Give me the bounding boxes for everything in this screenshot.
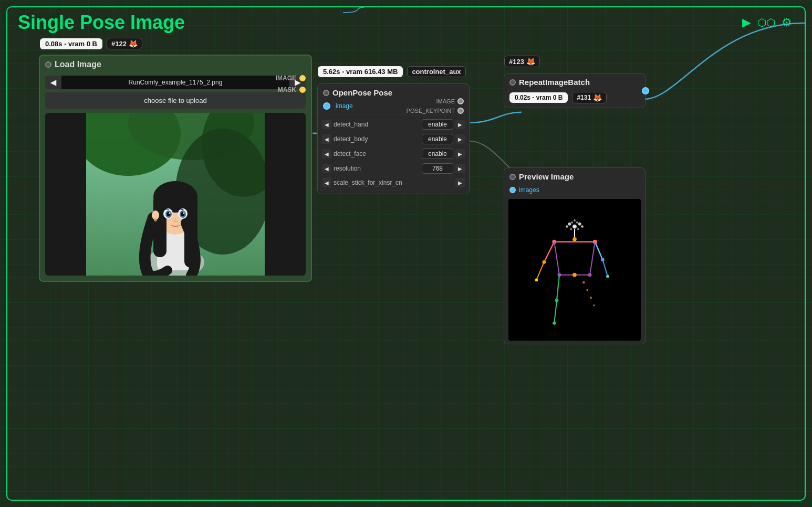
node-preview-image: Preview Image images <box>504 167 646 344</box>
scale-stick-row: ◀ scale_stick_for_xinsr_cn ▶ <box>318 176 469 189</box>
detect-face-value: enable <box>422 149 453 159</box>
svg-point-50 <box>553 322 556 325</box>
fox-icon-3: 🦊 <box>593 93 602 102</box>
svg-point-39 <box>601 258 605 261</box>
filename-display: RunComfy_example_1175_2.png <box>61 79 289 86</box>
detect-hand-row: ◀ detect_hand enable ▶ <box>318 117 469 132</box>
svg-point-21 <box>154 218 157 221</box>
main-frame: Single Pose Image ▶ ⬡⬡ ⚙ 0.08s - vram 0 … <box>6 6 806 501</box>
load-image-preview <box>45 113 306 276</box>
load-image-badges: 0.08s - vram 0 B #122 🦊 <box>40 38 142 49</box>
image-socket-row: IMAGE <box>276 75 306 82</box>
preview-images-row: images <box>504 184 645 196</box>
resolution-next[interactable]: ▶ <box>455 164 465 173</box>
svg-point-53 <box>574 219 576 221</box>
resolution-prev[interactable]: ◀ <box>322 164 331 173</box>
image-nav: ◀ RunComfy_example_1175_2.png ▶ <box>45 76 306 89</box>
mask-output-socket[interactable] <box>299 87 306 93</box>
toolbar: ▶ ⬡⬡ ⚙ <box>742 16 792 29</box>
repeat-timing-row: 0.02s - vram 0 B #131 🦊 <box>504 90 645 108</box>
svg-point-40 <box>606 275 609 278</box>
scale-stick-next[interactable]: ▶ <box>455 178 465 187</box>
openpose-pose-out-row: POSE_KEYPOINT <box>407 108 464 114</box>
openpose-image-input-socket[interactable] <box>323 102 330 110</box>
preview-status-dot <box>509 174 516 180</box>
anime-image-svg <box>86 113 265 276</box>
svg-point-25 <box>578 223 581 226</box>
repeat-output-socket[interactable] <box>642 87 649 94</box>
connect-icon[interactable]: ⬡⬡ <box>757 16 775 29</box>
svg-point-55 <box>577 228 579 230</box>
svg-point-52 <box>576 221 578 224</box>
svg-point-32 <box>572 237 577 241</box>
detect-body-next[interactable]: ▶ <box>455 134 465 144</box>
openpose-badge: controlnet_aux <box>407 66 465 77</box>
detect-face-row: ◀ detect_face enable ▶ <box>318 146 469 161</box>
detect-hand-value: enable <box>422 119 453 130</box>
svg-point-59 <box>593 304 595 307</box>
load-image-badge: #122 🦊 <box>107 38 142 49</box>
settings-icon[interactable]: ⚙ <box>782 16 792 29</box>
repeat-header: RepeatImageBatch <box>504 73 645 90</box>
detect-face-prev[interactable]: ◀ <box>322 149 331 159</box>
preview-images-label: images <box>519 186 539 194</box>
preview-header: Preview Image <box>504 168 645 184</box>
prev-image-button[interactable]: ◀ <box>45 76 61 89</box>
repeat-badge: #123 🦊 <box>504 56 540 67</box>
node-repeat-image-batch: #123 🦊 RepeatImageBatch 0.02s - vram 0 B… <box>504 73 646 108</box>
openpose-badges: 5.62s - vram 616.43 MB controlnet_aux <box>318 66 466 77</box>
repeat-badge-2: #131 🦊 <box>572 92 607 103</box>
svg-point-56 <box>582 281 585 284</box>
svg-point-58 <box>590 297 592 299</box>
openpose-image-label: image <box>336 102 353 110</box>
node-openpose: 5.62s - vram 616.43 MB controlnet_aux Op… <box>317 83 470 194</box>
svg-point-54 <box>570 228 572 230</box>
upload-button[interactable]: choose file to upload <box>45 92 306 109</box>
detect-body-row: ◀ detect_body enable ▶ <box>318 132 469 146</box>
repeat-status-dot <box>509 79 516 86</box>
play-icon[interactable]: ▶ <box>742 16 751 29</box>
repeat-badges: #123 🦊 <box>504 56 540 67</box>
detect-face-next[interactable]: ▶ <box>455 149 465 159</box>
svg-point-27 <box>581 225 584 228</box>
mask-socket-row: MASK <box>278 86 306 93</box>
openpose-status-dot <box>323 90 329 96</box>
scale-stick-prev[interactable]: ◀ <box>322 178 331 187</box>
preview-images-input-socket[interactable] <box>509 187 516 193</box>
detect-hand-next[interactable]: ▶ <box>455 120 465 129</box>
load-image-header: Load Image IMAGE MASK <box>40 56 311 72</box>
detect-body-prev[interactable]: ◀ <box>322 134 331 144</box>
svg-point-57 <box>586 289 588 291</box>
svg-rect-22 <box>508 201 641 339</box>
openpose-timing: 5.62s - vram 616.43 MB <box>318 66 403 77</box>
openpose-image-out-socket[interactable] <box>457 98 464 104</box>
fox-icon: 🦊 <box>129 39 138 48</box>
load-image-timing: 0.08s - vram 0 B <box>40 38 102 49</box>
load-image-status-dot <box>45 61 51 68</box>
preview-image-display <box>508 199 641 341</box>
openpose-pose-out-socket[interactable] <box>457 108 464 114</box>
detect-body-value: enable <box>422 134 453 144</box>
svg-point-23 <box>572 225 577 229</box>
title-bar: Single Pose Image <box>18 12 185 34</box>
image-output-socket[interactable] <box>299 75 306 81</box>
page-title: Single Pose Image <box>18 12 185 34</box>
svg-point-24 <box>568 223 571 226</box>
svg-point-51 <box>571 221 573 224</box>
svg-point-45 <box>588 273 592 277</box>
svg-point-36 <box>535 278 538 281</box>
resolution-value: 768 <box>422 163 453 174</box>
svg-point-18 <box>169 213 171 214</box>
svg-point-26 <box>566 225 568 228</box>
resolution-row: ◀ resolution 768 ▶ <box>318 161 469 176</box>
svg-point-19 <box>183 213 185 214</box>
pose-skeleton-svg <box>508 199 641 341</box>
node-load-image: 0.08s - vram 0 B #122 🦊 Load Image IMAGE… <box>39 55 312 282</box>
openpose-input-row: image IMAGE POSE_KEYPOINT <box>318 100 469 112</box>
openpose-image-out-row: IMAGE <box>436 98 464 104</box>
detect-hand-prev[interactable]: ◀ <box>322 120 331 129</box>
fox-icon-2: 🦊 <box>526 57 535 66</box>
svg-point-35 <box>542 260 546 264</box>
svg-point-46 <box>572 273 577 277</box>
repeat-timing: 0.02s - vram 0 B <box>509 92 568 103</box>
